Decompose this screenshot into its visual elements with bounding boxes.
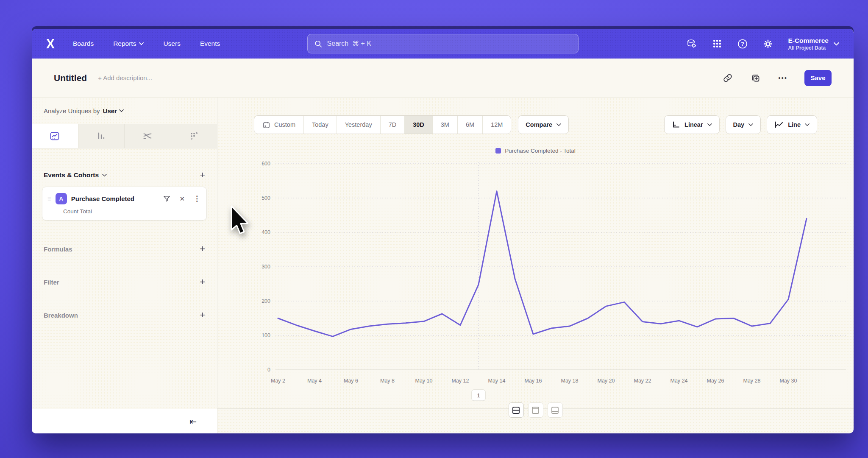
events-cohorts-section: Events & Cohorts + <box>44 170 205 180</box>
add-description-field[interactable]: + Add description... <box>98 74 152 81</box>
tab-flows[interactable] <box>124 124 171 148</box>
layout-table-view-button[interactable] <box>548 402 563 418</box>
add-event-button[interactable]: + <box>200 170 205 180</box>
chevron-down-icon <box>707 123 712 126</box>
interval-dropdown[interactable]: Day <box>726 115 761 134</box>
remove-event-icon[interactable]: ✕ <box>179 195 185 203</box>
chart-legend: Purchase Completed - Total <box>217 148 854 154</box>
copy-link-icon[interactable] <box>722 73 733 84</box>
add-filter-button[interactable]: + <box>200 277 205 287</box>
line-chart-tab-icon <box>49 131 60 142</box>
filter-funnel-icon[interactable] <box>163 195 171 203</box>
nav-item-reports[interactable]: Reports <box>113 40 144 47</box>
range-12m[interactable]: 12M <box>482 116 511 134</box>
nav-item-users[interactable]: Users <box>163 40 180 47</box>
calendar-icon <box>262 121 270 129</box>
tab-retention[interactable] <box>171 124 217 148</box>
event-name[interactable]: Purchase Completed <box>71 195 159 202</box>
event-options-icon[interactable]: ⋮ <box>193 194 200 203</box>
analyze-prefix-label: Analyze Uniques by <box>44 107 100 114</box>
date-range-selector: CustomTodayYesterday7D30D3M6M12M <box>254 115 511 134</box>
event-measurement[interactable]: Count Total <box>63 208 200 215</box>
add-formulas-button[interactable]: + <box>200 244 205 254</box>
svg-text:May 28: May 28 <box>743 378 761 384</box>
range-yesterday[interactable]: Yesterday <box>337 116 380 134</box>
report-title[interactable]: Untitled <box>54 73 87 83</box>
tab-funnels[interactable] <box>78 124 125 148</box>
sidebar-section-filter: Filter+ <box>32 277 217 287</box>
analyze-by-dropdown[interactable]: User <box>103 107 124 114</box>
svg-text:May 26: May 26 <box>707 378 724 384</box>
range-6m[interactable]: 6M <box>457 116 482 134</box>
apps-grid-icon[interactable] <box>712 38 723 49</box>
svg-text:May 4: May 4 <box>307 378 322 384</box>
report-header: Untitled + Add description... ••• Save <box>32 59 854 98</box>
line-chart-icon <box>774 120 784 129</box>
global-search[interactable] <box>307 34 579 53</box>
linear-axis-icon <box>672 120 680 129</box>
compare-button[interactable]: Compare <box>518 115 569 134</box>
retention-tab-icon <box>189 131 200 142</box>
mixpanel-logo-icon[interactable]: X <box>46 36 54 51</box>
flows-tab-icon <box>142 131 153 142</box>
sidebar-footer: ⇤ <box>32 409 217 433</box>
svg-text:May 14: May 14 <box>488 378 506 384</box>
svg-text:200: 200 <box>262 298 270 304</box>
svg-text:May 6: May 6 <box>344 378 358 384</box>
series-line-purchase-completed-total <box>278 191 807 337</box>
range-custom[interactable]: Custom <box>254 116 303 134</box>
chart-toolbar: CustomTodayYesterday7D30D3M6M12M Compare… <box>254 115 817 134</box>
help-icon[interactable]: ? <box>737 38 748 49</box>
query-builder-sidebar: Analyze Uniques by User <box>32 98 217 433</box>
chart-type-dropdown[interactable]: Line <box>767 115 817 134</box>
project-switcher[interactable]: E-Commerce All Project Data <box>788 36 839 50</box>
project-name: E-Commerce <box>788 36 829 45</box>
bar-chart-tab-icon <box>96 131 107 142</box>
svg-text:May 12: May 12 <box>452 378 469 384</box>
chevron-down-icon <box>556 123 561 126</box>
nav-item-boards[interactable]: Boards <box>73 40 94 47</box>
settings-gear-icon[interactable] <box>762 38 773 49</box>
drag-handle-icon[interactable]: ≡ <box>47 195 51 202</box>
chevron-down-icon <box>748 123 753 126</box>
duplicate-icon[interactable] <box>750 73 761 84</box>
svg-text:May 18: May 18 <box>561 378 579 384</box>
layout-split-view-button[interactable] <box>509 402 524 418</box>
svg-text:600: 600 <box>262 161 270 167</box>
save-button[interactable]: Save <box>804 70 832 86</box>
svg-text:?: ? <box>741 41 744 47</box>
event-letter-badge: A <box>56 193 67 204</box>
svg-text:0: 0 <box>267 367 270 373</box>
svg-text:May 16: May 16 <box>525 378 542 384</box>
search-icon <box>314 40 322 48</box>
more-options-icon[interactable]: ••• <box>778 74 787 81</box>
events-cohorts-label[interactable]: Events & Cohorts <box>44 171 107 179</box>
svg-text:May 30: May 30 <box>780 378 797 384</box>
app-window: X BoardsReportsUsersEvents <box>32 29 854 433</box>
nav-item-events[interactable]: Events <box>200 40 220 47</box>
chevron-down-icon <box>834 42 839 46</box>
tab-insights[interactable] <box>32 124 78 148</box>
range-today[interactable]: Today <box>303 116 337 134</box>
layout-chart-view-button[interactable] <box>528 402 543 418</box>
chevron-down-icon <box>102 173 107 177</box>
scale-dropdown[interactable]: Linear <box>664 115 720 134</box>
svg-text:May 8: May 8 <box>380 378 395 384</box>
event-card[interactable]: ≡ A Purchase Completed ✕ ⋮ Count Total <box>42 187 207 221</box>
project-subtitle: All Project Data <box>788 45 829 51</box>
section-label: Breakdown <box>44 312 78 319</box>
collapse-sidebar-icon[interactable]: ⇤ <box>189 416 197 427</box>
range-7d[interactable]: 7D <box>380 116 405 134</box>
svg-text:1: 1 <box>477 392 480 399</box>
legend-label: Purchase Completed - Total <box>505 148 575 154</box>
insights-line-chart: 0100200300400500600May 2May 4May 6May 8M… <box>217 159 854 413</box>
data-management-icon[interactable] <box>686 38 697 49</box>
chevron-down-icon <box>805 123 810 126</box>
search-input[interactable] <box>327 40 571 47</box>
svg-text:May 10: May 10 <box>415 378 433 384</box>
svg-text:May 2: May 2 <box>271 378 285 384</box>
range-3m[interactable]: 3M <box>432 116 457 134</box>
add-breakdown-button[interactable]: + <box>200 310 205 320</box>
primary-nav: BoardsReportsUsersEvents <box>73 40 220 47</box>
range-30d[interactable]: 30D <box>404 116 432 134</box>
